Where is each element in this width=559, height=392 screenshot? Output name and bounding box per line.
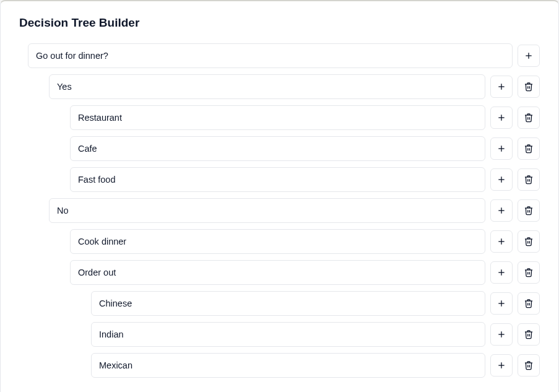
plus-icon: [496, 113, 506, 123]
children-container: [91, 291, 540, 384]
node-row: [91, 322, 540, 347]
tree-node: [70, 167, 540, 198]
add-child-button[interactable]: [490, 107, 513, 129]
delete-node-button[interactable]: [518, 261, 540, 284]
plus-icon: [496, 237, 506, 246]
node-label-input[interactable]: [91, 322, 485, 347]
plus-icon: [496, 175, 506, 185]
builder-card: Decision Tree Builder: [0, 0, 559, 392]
add-child-button[interactable]: [490, 137, 513, 160]
node-row: [91, 291, 540, 316]
node-row: [49, 74, 540, 99]
trash-icon: [524, 237, 534, 246]
page-title: Decision Tree Builder: [19, 16, 540, 30]
children-container: [70, 229, 540, 384]
add-child-button[interactable]: [490, 76, 513, 98]
tree-node: [70, 105, 540, 136]
plus-icon: [496, 298, 506, 308]
node-label-input[interactable]: [49, 74, 485, 99]
add-child-button[interactable]: [518, 45, 540, 67]
tree-node: [49, 74, 540, 198]
plus-icon: [496, 268, 506, 277]
trash-icon: [524, 298, 534, 308]
node-row: [70, 136, 540, 161]
tree-node: [91, 322, 540, 353]
delete-node-button[interactable]: [518, 76, 540, 98]
tree-node: [28, 43, 540, 384]
tree-node: [70, 136, 540, 167]
node-label-input[interactable]: [28, 43, 513, 68]
trash-icon: [524, 82, 534, 92]
node-label-input[interactable]: [49, 198, 485, 223]
tree-node: [91, 291, 540, 322]
children-container: [70, 105, 540, 198]
trash-icon: [524, 268, 534, 277]
node-row: [70, 105, 540, 130]
plus-icon: [496, 144, 506, 154]
node-row: [91, 353, 540, 378]
trash-icon: [524, 360, 534, 370]
plus-icon: [524, 51, 534, 61]
node-row: [49, 198, 540, 223]
tree-node: [49, 198, 540, 384]
plus-icon: [496, 82, 506, 92]
delete-node-button[interactable]: [518, 137, 540, 160]
tree-node: [91, 353, 540, 384]
tree-container: [28, 43, 540, 384]
node-row: [70, 260, 540, 285]
node-label-input[interactable]: [70, 229, 485, 254]
node-row: [70, 167, 540, 192]
trash-icon: [524, 144, 534, 154]
delete-node-button[interactable]: [518, 168, 540, 191]
plus-icon: [496, 360, 506, 370]
node-label-input[interactable]: [70, 136, 485, 161]
node-label-input[interactable]: [91, 291, 485, 316]
delete-node-button[interactable]: [518, 292, 540, 315]
add-child-button[interactable]: [490, 168, 513, 191]
delete-node-button[interactable]: [518, 230, 540, 253]
add-child-button[interactable]: [490, 323, 513, 346]
delete-node-button[interactable]: [518, 199, 540, 222]
node-label-input[interactable]: [91, 353, 485, 378]
add-child-button[interactable]: [490, 292, 513, 315]
node-row: [70, 229, 540, 254]
delete-node-button[interactable]: [518, 354, 540, 377]
plus-icon: [496, 206, 506, 216]
trash-icon: [524, 329, 534, 339]
add-child-button[interactable]: [490, 261, 513, 284]
node-label-input[interactable]: [70, 105, 485, 130]
trash-icon: [524, 175, 534, 185]
add-child-button[interactable]: [490, 354, 513, 377]
delete-node-button[interactable]: [518, 107, 540, 129]
tree-node: [70, 229, 540, 260]
trash-icon: [524, 206, 534, 216]
trash-icon: [524, 113, 534, 123]
add-child-button[interactable]: [490, 230, 513, 253]
plus-icon: [496, 329, 506, 339]
add-child-button[interactable]: [490, 199, 513, 222]
node-row: [28, 43, 540, 68]
children-container: [49, 74, 540, 384]
delete-node-button[interactable]: [518, 323, 540, 346]
node-label-input[interactable]: [70, 260, 485, 285]
node-label-input[interactable]: [70, 167, 485, 192]
tree-node: [70, 260, 540, 384]
